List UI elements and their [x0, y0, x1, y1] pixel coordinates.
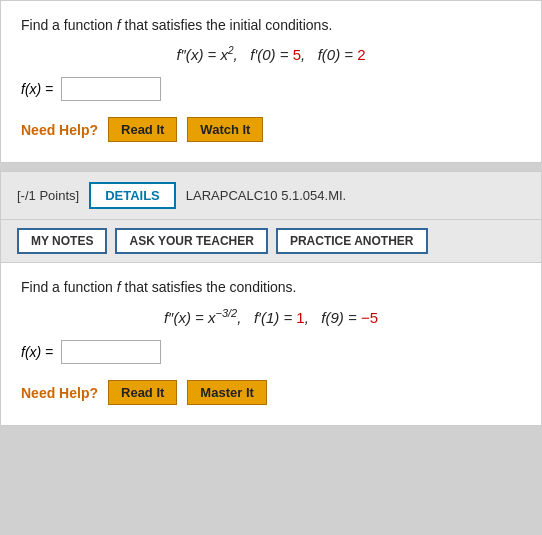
master-it-button[interactable]: Master It: [187, 380, 266, 405]
points-label: [-/1 Points]: [17, 188, 79, 203]
fx-row-2: f(x) =: [21, 340, 521, 364]
watch-it-button-1[interactable]: Watch It: [187, 117, 263, 142]
details-button[interactable]: DETAILS: [89, 182, 176, 209]
course-code: LARAPCALC10 5.1.054.MI.: [186, 188, 346, 203]
fx-label-1: f(x) =: [21, 81, 53, 97]
fx-row-1: f(x) =: [21, 77, 521, 101]
problem-text-1: Find a function f that satisfies the ini…: [21, 17, 521, 33]
math-equation-1: f″(x) = x2, f′(0) = 5, f(0) = 2: [21, 45, 521, 63]
fx-input-1[interactable]: [61, 77, 161, 101]
practice-another-button[interactable]: PRACTICE ANOTHER: [276, 228, 428, 254]
need-help-label-1: Need Help?: [21, 122, 98, 138]
need-help-row-1: Need Help? Read It Watch It: [21, 117, 521, 142]
need-help-row-2: Need Help? Read It Master It: [21, 380, 521, 405]
card-2: Find a function f that satisfies the con…: [0, 263, 542, 426]
fx-input-2[interactable]: [61, 340, 161, 364]
card-1: Find a function f that satisfies the ini…: [0, 0, 542, 163]
read-it-button-2[interactable]: Read It: [108, 380, 177, 405]
math-equation-2: f″(x) = x−3/2, f′(1) = 1, f(9) = −5: [21, 307, 521, 326]
read-it-button-1[interactable]: Read It: [108, 117, 177, 142]
actions-bar: MY NOTES ASK YOUR TEACHER PRACTICE ANOTH…: [0, 220, 542, 263]
my-notes-button[interactable]: MY NOTES: [17, 228, 107, 254]
section-bar: [-/1 Points] DETAILS LARAPCALC10 5.1.054…: [0, 171, 542, 220]
need-help-label-2: Need Help?: [21, 385, 98, 401]
fx-label-2: f(x) =: [21, 344, 53, 360]
problem-text-2: Find a function f that satisfies the con…: [21, 279, 521, 295]
ask-teacher-button[interactable]: ASK YOUR TEACHER: [115, 228, 267, 254]
